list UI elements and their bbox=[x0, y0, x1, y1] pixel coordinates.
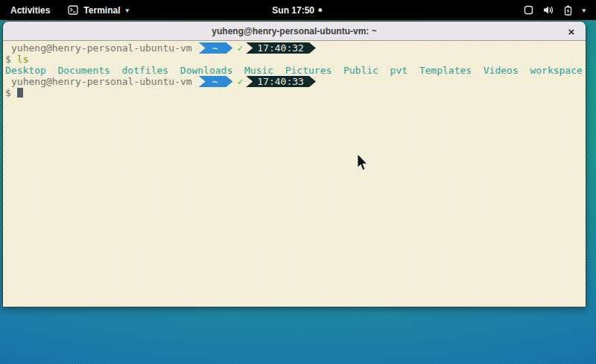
clock-button[interactable]: Sun 17:50 bbox=[272, 0, 322, 20]
prompt-line-1: yuheng@henry-personal-ubuntu-vm ~ ✓ 17:4… bbox=[5, 42, 586, 54]
battery-charging-icon bbox=[564, 5, 572, 16]
chevron-down-icon: ▾ bbox=[582, 7, 586, 14]
ls-output-line: Desktop Documents dotfiles Downloads Mus… bbox=[5, 65, 586, 76]
prompt-time-segment: 17:40:32 bbox=[246, 42, 316, 54]
clock-label: Sun 17:50 bbox=[272, 5, 314, 16]
terminal-content[interactable]: yuheng@henry-personal-ubuntu-vm ~ ✓ 17:4… bbox=[3, 41, 586, 307]
app-menu-label: Terminal bbox=[83, 5, 120, 16]
terminal-cursor bbox=[17, 88, 23, 98]
screen-icon bbox=[524, 5, 533, 15]
shell-prompt-symbol: $ bbox=[5, 87, 11, 98]
status-check-icon: ✓ bbox=[237, 42, 243, 54]
prompt-user: yuheng@henry-personal-ubuntu-vm bbox=[5, 42, 192, 54]
top-bar: Activities Terminal ▾ Sun 17:50 bbox=[0, 0, 596, 20]
status-check-icon: ✓ bbox=[237, 76, 243, 87]
prompt-time-segment: 17:40:33 bbox=[246, 76, 316, 87]
directory-listing: Desktop Documents dotfiles Downloads Mus… bbox=[5, 65, 583, 76]
window-titlebar[interactable]: yuheng@henry-personal-ubuntu-vm: ~ × bbox=[3, 22, 586, 41]
activities-button[interactable]: Activities bbox=[0, 0, 60, 20]
command-line: $ ls bbox=[5, 54, 586, 65]
prompt-path-segment: ~ bbox=[199, 76, 233, 87]
system-status-menu[interactable]: ▾ bbox=[519, 0, 590, 20]
app-menu-terminal[interactable]: Terminal ▾ bbox=[60, 0, 136, 20]
typed-command: ls bbox=[17, 54, 29, 65]
input-line: $ bbox=[5, 87, 586, 98]
terminal-app-icon bbox=[68, 5, 78, 15]
shell-prompt-symbol: $ bbox=[5, 54, 11, 65]
terminal-window: yuheng@henry-personal-ubuntu-vm: ~ × yuh… bbox=[2, 21, 586, 307]
prompt-path-segment: ~ bbox=[199, 42, 233, 54]
volume-icon bbox=[543, 5, 554, 15]
app-menu-caret-icon: ▾ bbox=[125, 7, 129, 14]
notification-dot-icon bbox=[318, 8, 322, 12]
prompt-user: yuheng@henry-personal-ubuntu-vm bbox=[5, 76, 192, 87]
window-title: yuheng@henry-personal-ubuntu-vm: ~ bbox=[212, 26, 376, 36]
prompt-line-2: yuheng@henry-personal-ubuntu-vm ~ ✓ 17:4… bbox=[5, 76, 586, 87]
close-button[interactable]: × bbox=[563, 22, 580, 41]
